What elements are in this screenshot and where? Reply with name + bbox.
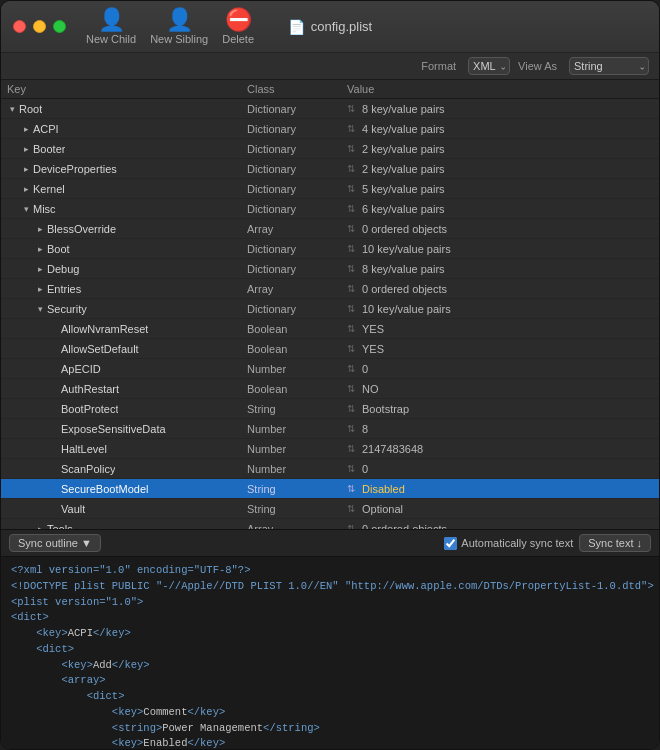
code-line: <string>Power Management</string> (11, 721, 649, 737)
window-title: config.plist (311, 19, 372, 34)
column-headers: Key Class Value (1, 80, 659, 99)
sync-outline-button[interactable]: Sync outline ▼ (9, 534, 101, 552)
table-row[interactable]: ApECIDNumber⇅0 (1, 359, 659, 379)
new-sibling-label: New Sibling (150, 33, 208, 45)
titlebar: 👤 New Child 👤 New Sibling ⛔ Delete 📄 con… (1, 1, 659, 53)
code-line: <dict> (11, 610, 649, 626)
table-row[interactable]: SecurityDictionary⇅10 key/value pairs (1, 299, 659, 319)
class-cell: Boolean (247, 343, 347, 355)
sync-text-button[interactable]: Sync text ↓ (579, 534, 651, 552)
class-cell: Dictionary (247, 243, 347, 255)
format-select-wrapper: XML JSON Binary (468, 57, 510, 75)
value-arrow-icon: ⇅ (347, 383, 355, 394)
class-header: Class (247, 83, 347, 95)
table-row[interactable]: BootDictionary⇅10 key/value pairs (1, 239, 659, 259)
tree-triangle[interactable] (21, 164, 31, 174)
minimize-button[interactable] (33, 20, 46, 33)
value-arrow-icon: ⇅ (347, 343, 355, 354)
view-as-select[interactable]: String Number Boolean Date Data (569, 57, 649, 75)
table-row[interactable]: BooterDictionary⇅2 key/value pairs (1, 139, 659, 159)
format-bar: Format XML JSON Binary View As String Nu… (1, 53, 659, 80)
code-line: <key>Enabled</key> (11, 736, 649, 749)
class-cell: Boolean (247, 383, 347, 395)
sync-text-label: Sync text ↓ (588, 537, 642, 549)
key-name: BlessOverride (47, 223, 116, 235)
table-row[interactable]: AuthRestartBoolean⇅NO (1, 379, 659, 399)
value-cell: ⇅Disabled (347, 483, 653, 495)
table-row[interactable]: KernelDictionary⇅5 key/value pairs (1, 179, 659, 199)
class-cell: Dictionary (247, 143, 347, 155)
class-cell: Dictionary (247, 123, 347, 135)
file-icon: 📄 (288, 19, 305, 35)
tree-triangle[interactable] (35, 244, 45, 254)
key-name: Vault (61, 503, 85, 515)
tree-triangle[interactable] (35, 304, 45, 314)
value-text: NO (362, 383, 379, 395)
table-row[interactable]: MiscDictionary⇅6 key/value pairs (1, 199, 659, 219)
tree-triangle[interactable] (35, 224, 45, 234)
value-arrow-icon: ⇅ (347, 263, 355, 274)
key-name: Root (19, 103, 42, 115)
table-row[interactable]: ACPIDictionary⇅4 key/value pairs (1, 119, 659, 139)
value-arrow-icon: ⇅ (347, 143, 355, 154)
value-text: YES (362, 323, 384, 335)
view-as-label: View As (518, 60, 557, 72)
tree-table[interactable]: RootDictionary⇅8 key/value pairsACPIDict… (1, 99, 659, 529)
tree-triangle[interactable] (35, 284, 45, 294)
table-row[interactable]: ExposeSensitiveDataNumber⇅8 (1, 419, 659, 439)
close-button[interactable] (13, 20, 26, 33)
code-line: <key>ACPI</key> (11, 626, 649, 642)
table-row[interactable]: RootDictionary⇅8 key/value pairs (1, 99, 659, 119)
maximize-button[interactable] (53, 20, 66, 33)
table-row[interactable]: ScanPolicyNumber⇅0 (1, 459, 659, 479)
value-cell: ⇅10 key/value pairs (347, 303, 653, 315)
value-arrow-icon: ⇅ (347, 123, 355, 134)
table-row[interactable]: HaltLevelNumber⇅2147483648 (1, 439, 659, 459)
value-text: 0 ordered objects (362, 283, 447, 295)
table-row[interactable]: VaultString⇅Optional (1, 499, 659, 519)
value-cell: ⇅2 key/value pairs (347, 143, 653, 155)
table-row[interactable]: SecureBootModelString⇅Disabled (1, 479, 659, 499)
value-cell: ⇅0 (347, 363, 653, 375)
table-row[interactable]: BootProtectString⇅Bootstrap (1, 399, 659, 419)
format-select[interactable]: XML JSON Binary (468, 57, 510, 75)
tree-triangle[interactable] (21, 204, 31, 214)
table-row[interactable]: AllowNvramResetBoolean⇅YES (1, 319, 659, 339)
key-name: AllowNvramReset (61, 323, 148, 335)
tree-triangle[interactable] (21, 184, 31, 194)
table-row[interactable]: AllowSetDefaultBoolean⇅YES (1, 339, 659, 359)
table-row[interactable]: DevicePropertiesDictionary⇅2 key/value p… (1, 159, 659, 179)
table-row[interactable]: DebugDictionary⇅8 key/value pairs (1, 259, 659, 279)
toolbar: 👤 New Child 👤 New Sibling ⛔ Delete (86, 9, 254, 45)
value-cell: ⇅Bootstrap (347, 403, 653, 415)
code-line: <?xml version="1.0" encoding="UTF-8"?> (11, 563, 649, 579)
table-row[interactable]: EntriesArray⇅0 ordered objects (1, 279, 659, 299)
new-child-button[interactable]: 👤 New Child (86, 9, 136, 45)
class-cell: String (247, 503, 347, 515)
new-sibling-button[interactable]: 👤 New Sibling (150, 9, 208, 45)
tree-triangle[interactable] (21, 144, 31, 154)
class-cell: Dictionary (247, 263, 347, 275)
value-cell: ⇅8 key/value pairs (347, 263, 653, 275)
class-cell: Dictionary (247, 183, 347, 195)
new-sibling-icon: 👤 (166, 9, 193, 31)
value-cell: ⇅0 ordered objects (347, 283, 653, 295)
class-cell: Dictionary (247, 203, 347, 215)
tree-triangle[interactable] (21, 124, 31, 134)
key-name: ACPI (33, 123, 59, 135)
value-text: 2147483648 (362, 443, 423, 455)
class-cell: Boolean (247, 323, 347, 335)
class-cell: Dictionary (247, 163, 347, 175)
tree-triangle[interactable] (7, 104, 17, 114)
value-arrow-icon: ⇅ (347, 323, 355, 334)
delete-button[interactable]: ⛔ Delete (222, 9, 254, 45)
value-arrow-icon: ⇅ (347, 223, 355, 234)
auto-sync-checkbox[interactable] (444, 537, 457, 550)
view-as-select-wrapper: String Number Boolean Date Data (569, 57, 649, 75)
table-row[interactable]: BlessOverrideArray⇅0 ordered objects (1, 219, 659, 239)
tree-triangle[interactable] (35, 264, 45, 274)
value-text: 8 (362, 423, 368, 435)
key-name: SecureBootModel (61, 483, 148, 495)
table-row[interactable]: ToolsArray⇅0 ordered objects (1, 519, 659, 529)
code-area: <?xml version="1.0" encoding="UTF-8"?><!… (1, 557, 659, 749)
